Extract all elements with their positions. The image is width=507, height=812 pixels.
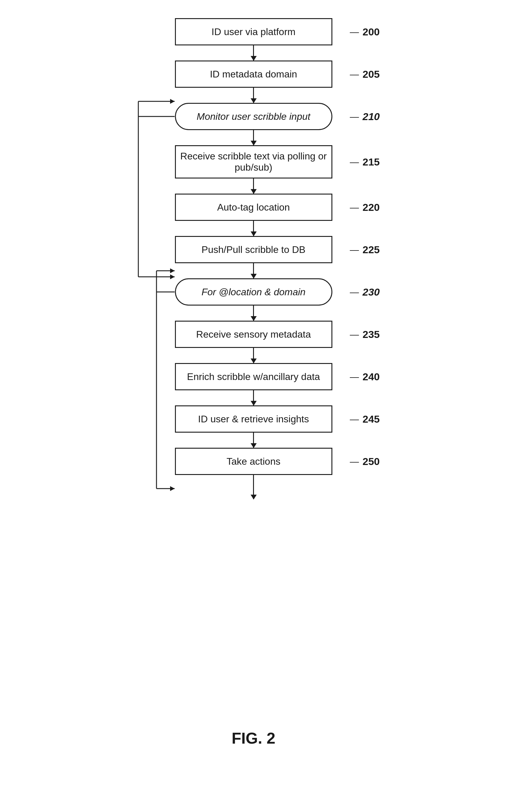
- step-235-label: Receive sensory metadata: [196, 329, 311, 340]
- step-210-box: Monitor user scribble input 210: [175, 103, 332, 130]
- arrow-4: [253, 221, 254, 236]
- arrow-6: [253, 306, 254, 321]
- arrow-1: [253, 88, 254, 103]
- step-235-box: Receive sensory metadata 235: [175, 321, 332, 348]
- step-235-number: 235: [350, 328, 380, 340]
- arrow-bottom: [253, 475, 254, 499]
- step-225-label: Push/Pull scribble to DB: [202, 244, 305, 255]
- step-230-wrapper: For @location & domain 230: [117, 278, 390, 306]
- step-220-box: Auto-tag location 220: [175, 194, 332, 221]
- step-220-number: 220: [350, 201, 380, 213]
- step-250-label: Take actions: [227, 456, 281, 467]
- step-230-box: For @location & domain 230: [175, 278, 332, 306]
- step-200-number: 200: [350, 26, 380, 38]
- figure-label-wrapper: FIG. 2: [232, 729, 275, 747]
- step-245-box: ID user & retrieve insights 245: [175, 405, 332, 433]
- step-240-wrapper: Enrich scribble w/ancillary data 240: [117, 363, 390, 390]
- step-215-box: Receive scribble text via polling or pub…: [175, 145, 332, 179]
- arrow-2: [253, 130, 254, 145]
- fig-label: FIG. 2: [232, 730, 275, 747]
- step-245-number: 245: [350, 413, 380, 425]
- step-245-wrapper: ID user & retrieve insights 245: [117, 405, 390, 433]
- arrow-5: [253, 263, 254, 278]
- arrow-3: [253, 179, 254, 194]
- step-205-number: 205: [350, 68, 380, 80]
- arrow-8: [253, 390, 254, 405]
- step-240-box: Enrich scribble w/ancillary data 240: [175, 363, 332, 390]
- step-220-label: Auto-tag location: [217, 202, 290, 213]
- step-205-wrapper: ID metadata domain 205: [117, 61, 390, 88]
- step-210-wrapper: Monitor user scribble input 210: [117, 103, 390, 130]
- step-205-box: ID metadata domain 205: [175, 61, 332, 88]
- step-200-label: ID user via platform: [212, 26, 295, 38]
- diagram-container: ID user via platform 200 ID metadata dom…: [117, 18, 390, 499]
- step-230-label: For @location & domain: [202, 287, 306, 298]
- step-230-number: 230: [350, 286, 380, 298]
- step-215-number: 215: [350, 156, 380, 168]
- step-240-label: Enrich scribble w/ancillary data: [187, 371, 320, 382]
- arrow-0: [253, 45, 254, 61]
- step-200-box: ID user via platform 200: [175, 18, 332, 45]
- step-215-wrapper: Receive scribble text via polling or pub…: [117, 145, 390, 179]
- step-250-wrapper: Take actions 250: [117, 448, 390, 475]
- step-245-label: ID user & retrieve insights: [198, 414, 309, 425]
- step-235-wrapper: Receive sensory metadata 235: [117, 321, 390, 348]
- step-225-number: 225: [350, 244, 380, 256]
- step-215-label: Receive scribble text via polling or pub…: [176, 151, 331, 173]
- step-200-wrapper: ID user via platform 200: [117, 18, 390, 45]
- step-250-box: Take actions 250: [175, 448, 332, 475]
- step-225-box: Push/Pull scribble to DB 225: [175, 236, 332, 263]
- step-210-label: Monitor user scribble input: [197, 111, 310, 122]
- arrow-9: [253, 433, 254, 448]
- step-240-number: 240: [350, 371, 380, 383]
- step-210-number: 210: [350, 111, 380, 123]
- step-220-wrapper: Auto-tag location 220: [117, 194, 390, 221]
- step-225-wrapper: Push/Pull scribble to DB 225: [117, 236, 390, 263]
- step-205-label: ID metadata domain: [210, 69, 297, 80]
- arrow-7: [253, 348, 254, 363]
- step-250-number: 250: [350, 456, 380, 467]
